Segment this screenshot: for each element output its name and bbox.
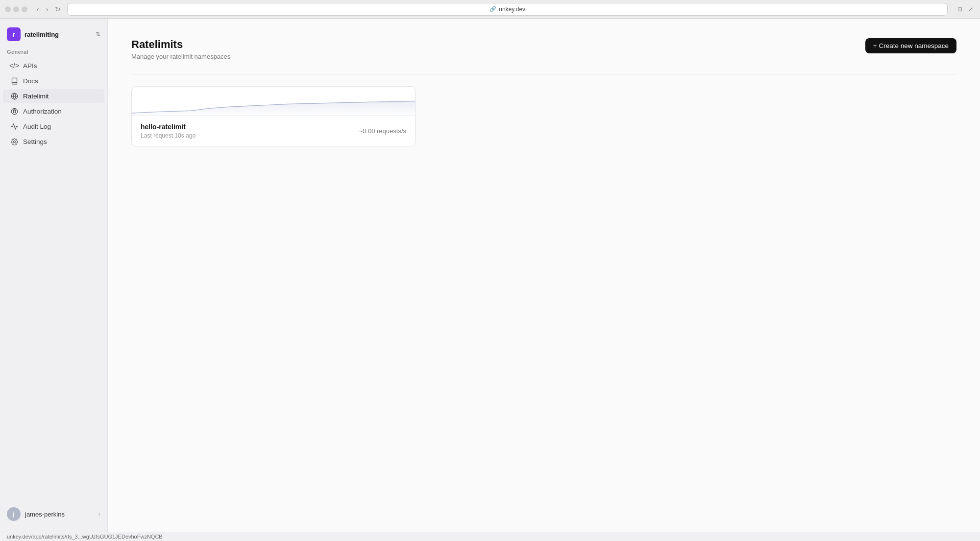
page-title: Ratelimits bbox=[131, 38, 230, 51]
status-url: unkey.dev/app/ratelimits/rls_3...wgUzfsG… bbox=[7, 534, 163, 540]
book-icon bbox=[10, 77, 19, 85]
back-button[interactable]: ‹ bbox=[34, 4, 42, 14]
sidebar-item-docs-label: Docs bbox=[23, 77, 38, 85]
svg-point-4 bbox=[13, 141, 15, 143]
page-subtitle: Manage your ratelimit namespaces bbox=[131, 53, 230, 60]
nav-buttons: ‹ › ↻ bbox=[34, 4, 63, 14]
user-name: james-perkins bbox=[25, 511, 94, 518]
sidebar-item-authorization-label: Authorization bbox=[23, 108, 62, 115]
maximize-btn[interactable] bbox=[22, 6, 27, 12]
sidebar: r ratelimiting ⇅ General </> APIs Docs bbox=[0, 19, 108, 532]
fullscreen-toggle[interactable]: ⤢ bbox=[966, 5, 975, 14]
code-icon: </> bbox=[10, 62, 19, 70]
activity-icon bbox=[10, 123, 19, 130]
address-bar[interactable]: 🔗 unkey.dev bbox=[67, 3, 948, 16]
sidebar-item-audit-log-label: Audit Log bbox=[23, 123, 51, 130]
card-chart-area bbox=[132, 87, 415, 116]
sidebar-item-ratelimit-label: Ratelimit bbox=[23, 93, 49, 100]
minimize-btn[interactable] bbox=[13, 6, 19, 12]
app-container: r ratelimiting ⇅ General </> APIs Docs bbox=[0, 19, 980, 532]
brand-avatar: r bbox=[7, 27, 21, 41]
sidebar-item-settings[interactable]: Settings bbox=[3, 135, 104, 149]
traffic-lights bbox=[5, 6, 27, 12]
page-header: Ratelimits Manage your ratelimit namespa… bbox=[131, 38, 956, 60]
general-section-label: General bbox=[0, 49, 107, 58]
svg-rect-3 bbox=[13, 111, 15, 113]
page-title-group: Ratelimits Manage your ratelimit namespa… bbox=[131, 38, 230, 60]
namespace-card[interactable]: hello-ratelimit Last request 10s ago ~0.… bbox=[131, 86, 416, 146]
url-text: unkey.dev bbox=[499, 6, 525, 13]
sidebar-item-authorization[interactable]: Authorization bbox=[3, 104, 104, 118]
brand-name: ratelimiting bbox=[24, 31, 59, 38]
sidebar-item-apis-label: APIs bbox=[23, 62, 37, 70]
close-btn[interactable] bbox=[5, 6, 11, 12]
gear-icon bbox=[10, 138, 19, 145]
circle-lock-icon bbox=[10, 108, 19, 115]
sidebar-header: r ratelimiting ⇅ bbox=[0, 24, 107, 49]
sidebar-item-settings-label: Settings bbox=[23, 138, 47, 145]
create-namespace-button[interactable]: + Create new namespace bbox=[865, 38, 956, 53]
main-inner: Ratelimits Manage your ratelimit namespa… bbox=[108, 19, 980, 166]
sidebar-item-audit-log[interactable]: Audit Log bbox=[3, 119, 104, 134]
namespace-rate: ~0.00 requests/s bbox=[359, 127, 406, 135]
chevron-updown-icon[interactable]: ⇅ bbox=[96, 31, 100, 38]
card-body: hello-ratelimit Last request 10s ago ~0.… bbox=[132, 116, 415, 146]
link-icon: 🔗 bbox=[490, 6, 496, 12]
sidebar-item-docs[interactable]: Docs bbox=[3, 74, 104, 88]
window-controls: ⊡ ⤢ bbox=[956, 5, 975, 14]
sidebar-toggle[interactable]: ⊡ bbox=[956, 5, 964, 14]
reload-button[interactable]: ↻ bbox=[52, 4, 63, 14]
namespace-info: hello-ratelimit Last request 10s ago bbox=[141, 123, 196, 139]
sidebar-item-apis[interactable]: </> APIs bbox=[3, 58, 104, 73]
header-divider bbox=[131, 74, 956, 74]
browser-chrome: ‹ › ↻ 🔗 unkey.dev ⊡ ⤢ bbox=[0, 0, 980, 19]
chevron-right-icon: › bbox=[98, 511, 100, 517]
globe-icon bbox=[10, 93, 19, 100]
forward-button[interactable]: › bbox=[44, 4, 51, 14]
sidebar-user[interactable]: j james-perkins › bbox=[0, 502, 107, 526]
brand[interactable]: r ratelimiting bbox=[7, 27, 59, 41]
user-avatar: j bbox=[7, 507, 21, 521]
main-content: Ratelimits Manage your ratelimit namespa… bbox=[108, 19, 980, 532]
namespace-name: hello-ratelimit bbox=[141, 123, 196, 131]
card-chart-svg bbox=[132, 87, 415, 116]
status-bar: unkey.dev/app/ratelimits/rls_3...wgUzfsG… bbox=[0, 532, 980, 541]
sidebar-item-ratelimit[interactable]: Ratelimit bbox=[3, 89, 104, 103]
namespace-meta: Last request 10s ago bbox=[141, 132, 196, 139]
